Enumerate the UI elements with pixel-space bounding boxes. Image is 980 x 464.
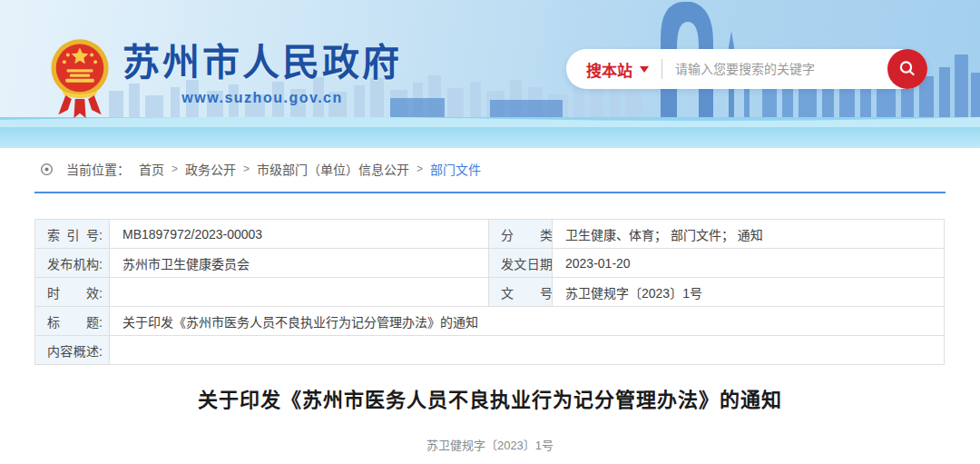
document-content: 索引号: MB1897972/2023-00003 分类: 卫生健康、体育； 部… xyxy=(34,219,946,464)
breadcrumb: 当前位置： 首页 > 政务公开 > 市级部门（单位）信息公开 > 部门文件 xyxy=(40,160,980,178)
meta-label-issue-date: 发文日期: xyxy=(489,249,553,278)
national-emblem-icon xyxy=(50,38,110,125)
site-title: 苏州市人民政府 xyxy=(122,43,402,84)
meta-value-category: 卫生健康、体育； 部门文件； 通知 xyxy=(553,220,945,249)
breadcrumb-prefix: 当前位置： xyxy=(66,160,130,178)
table-row: 索引号: MB1897972/2023-00003 分类: 卫生健康、体育； 部… xyxy=(35,220,945,249)
meta-value-issuing-agency: 苏州市卫生健康委员会 xyxy=(110,249,489,278)
search-button[interactable] xyxy=(887,49,927,89)
site-header: 苏州市人民政府 www.suzhou.gov.cn 搜本站 xyxy=(0,0,980,148)
chevron-down-icon xyxy=(640,66,649,73)
breadcrumb-separator: > xyxy=(170,163,180,175)
document-meta-table: 索引号: MB1897972/2023-00003 分类: 卫生健康、体育； 部… xyxy=(34,219,945,365)
breadcrumb-separator: > xyxy=(241,163,251,175)
meta-label-title: 标题: xyxy=(35,307,110,336)
meta-value-issue-date: 2023-01-20 xyxy=(553,249,945,278)
article-doc-number: 苏卫健规字〔2023〕1号 xyxy=(34,436,946,453)
section-divider xyxy=(34,192,946,193)
meta-value-title: 关于印发《苏州市医务人员不良执业行为记分管理办法》的通知 xyxy=(110,307,945,336)
search-scope-label: 搜本站 xyxy=(586,58,632,81)
table-row: 发布机构: 苏州市卫生健康委员会 发文日期: 2023-01-20 xyxy=(35,249,945,278)
location-icon xyxy=(40,163,54,176)
table-row: 时效: 文号: 苏卫健规字〔2023〕1号 xyxy=(35,278,945,307)
search-bar: 搜本站 xyxy=(566,49,927,89)
meta-value-doc-number: 苏卫健规字〔2023〕1号 xyxy=(553,278,945,307)
meta-label-issuing-agency: 发布机构: xyxy=(35,249,110,278)
table-row: 标题: 关于印发《苏州市医务人员不良执业行为记分管理办法》的通知 xyxy=(35,307,945,336)
search-scope-dropdown[interactable]: 搜本站 xyxy=(566,58,662,81)
meta-label-validity: 时效: xyxy=(35,278,110,307)
meta-label-summary: 内容概述: xyxy=(35,336,110,365)
meta-value-index-number: MB1897972/2023-00003 xyxy=(110,220,489,249)
meta-value-summary xyxy=(110,336,945,365)
meta-label-doc-number: 文号: xyxy=(489,278,553,307)
meta-label-index-number: 索引号: xyxy=(35,220,110,249)
breadcrumb-item-dept-disclosure[interactable]: 市级部门（单位）信息公开 xyxy=(257,160,409,178)
site-url: www.suzhou.gov.cn xyxy=(122,90,402,106)
breadcrumb-item-dept-documents[interactable]: 部门文件 xyxy=(430,160,481,178)
breadcrumb-item-gov-info[interactable]: 政务公开 xyxy=(185,160,236,178)
breadcrumb-separator: > xyxy=(415,163,425,175)
site-logo-link[interactable]: 苏州市人民政府 www.suzhou.gov.cn xyxy=(50,38,402,125)
meta-value-validity xyxy=(110,278,489,307)
table-row: 内容概述: xyxy=(35,336,945,365)
search-input[interactable] xyxy=(662,62,887,76)
search-icon xyxy=(897,59,917,79)
breadcrumb-item-home[interactable]: 首页 xyxy=(139,160,164,178)
brand-text: 苏州市人民政府 www.suzhou.gov.cn xyxy=(122,38,402,106)
meta-label-category: 分类: xyxy=(489,220,553,249)
article-title: 关于印发《苏州市医务人员不良执业行为记分管理办法》的通知 xyxy=(34,387,946,414)
